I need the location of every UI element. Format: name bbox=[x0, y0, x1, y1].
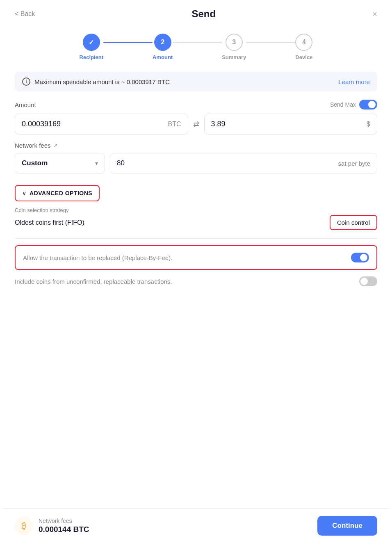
network-fees-section: Network fees ↗ Custom ▾ 80 sat per byte bbox=[3, 142, 389, 173]
back-label: < Back bbox=[15, 10, 35, 18]
fees-row: Custom ▾ 80 sat per byte bbox=[15, 153, 377, 173]
fiat-value: 3.89 bbox=[211, 120, 226, 128]
stepper: ✓ Recipient 2 Amount 3 Summary 4 Device bbox=[3, 24, 389, 72]
page-title: Send bbox=[191, 8, 216, 20]
step-device: 4 Device bbox=[295, 34, 312, 60]
learn-more-link[interactable]: Learn more bbox=[338, 78, 370, 85]
coin-selection-value: Oldest coins first (FIFO) bbox=[15, 219, 84, 226]
close-button[interactable]: × bbox=[372, 9, 377, 19]
continue-button[interactable]: Continue bbox=[317, 516, 377, 536]
step-amount: 2 Amount bbox=[153, 34, 173, 60]
btc-input-box[interactable]: 0.00039169 BTC bbox=[15, 114, 188, 135]
step-circle-2: 2 bbox=[154, 34, 171, 51]
external-link-icon[interactable]: ↗ bbox=[53, 142, 58, 148]
rbf-toggle[interactable] bbox=[351, 253, 369, 262]
fee-value-box[interactable]: 80 sat per byte bbox=[110, 153, 377, 173]
info-banner: i Maximum spendable amount is ~ 0.000391… bbox=[15, 72, 377, 91]
step-recipient: ✓ Recipient bbox=[80, 34, 104, 60]
step-label-2: Amount bbox=[153, 54, 173, 60]
divider-1 bbox=[15, 238, 377, 239]
fiat-input-box[interactable]: 3.89 $ bbox=[204, 114, 378, 135]
step-line-1 bbox=[103, 42, 153, 43]
step-circle-3: 3 bbox=[226, 34, 243, 51]
step-circle-4: 4 bbox=[295, 34, 312, 51]
step-line-2 bbox=[173, 42, 222, 43]
unconfirmed-section: Include coins from unconfirmed, replacea… bbox=[3, 276, 389, 286]
info-icon: i bbox=[22, 78, 30, 86]
advanced-options-label: ADVANCED OPTIONS bbox=[30, 190, 92, 196]
btc-value: 0.00039169 bbox=[22, 120, 61, 128]
fee-unit: sat per byte bbox=[338, 160, 370, 167]
send-max-toggle[interactable] bbox=[359, 100, 377, 110]
step-line-3 bbox=[246, 42, 295, 43]
unconfirmed-label: Include coins from unconfirmed, replacea… bbox=[15, 278, 359, 285]
fee-dropdown-value: Custom bbox=[22, 159, 48, 167]
coin-selection-section: Coin selection strategy Oldest coins fir… bbox=[3, 207, 389, 230]
coin-control-button[interactable]: Coin control bbox=[330, 215, 377, 230]
swap-icon[interactable]: ⇄ bbox=[193, 120, 199, 129]
coin-selection-row: Oldest coins first (FIFO) Coin control bbox=[15, 215, 377, 230]
unconfirmed-toggle[interactable] bbox=[359, 276, 377, 286]
amount-section: Amount Send Max 0.00039169 BTC ⇄ 3.89 $ bbox=[3, 100, 389, 135]
advanced-options-button[interactable]: ∨ ADVANCED OPTIONS bbox=[15, 185, 100, 201]
step-label-4: Device bbox=[295, 54, 312, 60]
info-text: Maximum spendable amount is ~ 0.0003917 … bbox=[34, 78, 170, 85]
footer-fees-label: Network fees bbox=[39, 518, 89, 524]
network-fees-label: Network fees ↗ bbox=[15, 142, 377, 149]
amount-inputs-row: 0.00039169 BTC ⇄ 3.89 $ bbox=[15, 114, 377, 135]
send-max-label: Send Max bbox=[330, 101, 356, 108]
send-max-row: Send Max bbox=[330, 100, 377, 110]
fiat-currency: $ bbox=[367, 121, 370, 128]
step-label-3: Summary bbox=[222, 54, 246, 60]
footer-fees-value: 0.000144 BTC bbox=[39, 525, 89, 534]
step-circle-1: ✓ bbox=[83, 34, 100, 51]
back-button[interactable]: < Back bbox=[15, 10, 35, 18]
btc-icon: ₿ bbox=[15, 517, 33, 535]
btc-currency: BTC bbox=[168, 121, 181, 128]
step-label-1: Recipient bbox=[80, 54, 104, 60]
close-icon: × bbox=[372, 9, 377, 18]
advanced-options-chevron: ∨ bbox=[22, 190, 26, 196]
chevron-down-icon: ▾ bbox=[95, 160, 98, 167]
footer: ₿ Network fees 0.000144 BTC Continue bbox=[3, 508, 389, 543]
footer-left: ₿ Network fees 0.000144 BTC bbox=[15, 517, 89, 535]
fee-dropdown[interactable]: Custom ▾ bbox=[15, 153, 105, 173]
amount-label: Amount bbox=[15, 101, 36, 108]
fee-value: 80 bbox=[117, 159, 125, 167]
coin-selection-strategy-label: Coin selection strategy bbox=[15, 207, 377, 213]
step-summary: 3 Summary bbox=[222, 34, 246, 60]
rbf-label: Allow the transaction to be replaced (Re… bbox=[23, 254, 351, 261]
rbf-section: Allow the transaction to be replaced (Re… bbox=[15, 245, 377, 270]
